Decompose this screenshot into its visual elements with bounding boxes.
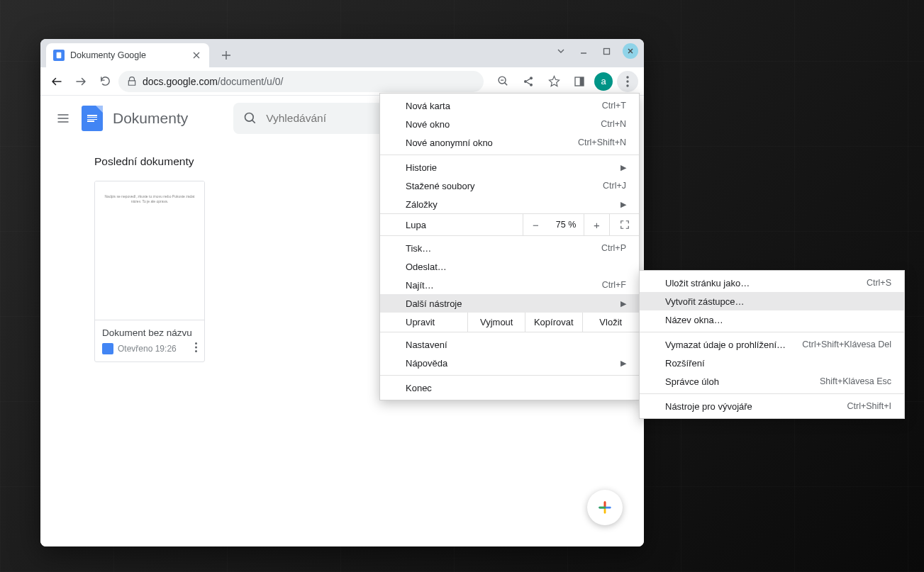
more-tools-submenu: Uložit stránku jako…Ctrl+S Vytvořit zást… — [639, 270, 905, 419]
menu-more-tools[interactable]: Další nástroje▶ — [380, 294, 639, 313]
docs-favicon-icon — [53, 50, 65, 61]
share-icon[interactable] — [518, 71, 539, 92]
search-icon — [243, 111, 257, 125]
recent-heading: Poslední dokumenty — [94, 155, 194, 168]
menu-edit-row: Upravit Vyjmout Kopírovat Vložit — [380, 313, 639, 332]
main-menu-icon[interactable] — [55, 110, 72, 127]
menu-bookmarks[interactable]: Záložky▶ — [380, 195, 639, 213]
svg-point-12 — [195, 342, 197, 344]
search-placeholder: Vyhledávání — [266, 112, 326, 125]
tab-dropdown-icon[interactable] — [555, 45, 567, 57]
tab-strip: Dokumenty Google — [40, 39, 644, 67]
reload-button[interactable] — [94, 71, 116, 92]
forward-button[interactable] — [70, 71, 91, 92]
menu-new-window[interactable]: Nové oknoCtrl+N — [380, 115, 639, 133]
docs-mini-icon — [102, 343, 113, 354]
side-panel-icon[interactable] — [569, 71, 590, 92]
svg-point-3 — [530, 77, 533, 79]
zoom-out-button[interactable]: − — [523, 214, 548, 235]
url-text: docs.google.com/document/u/0/ — [143, 76, 283, 87]
tab-title: Dokumenty Google — [70, 50, 146, 60]
address-bar[interactable]: docs.google.com/document/u/0/ — [118, 71, 484, 92]
zoom-value: 75 % — [548, 220, 584, 230]
docs-logo-icon — [82, 106, 103, 131]
document-name: Dokument bez názvu — [102, 327, 197, 338]
menu-find[interactable]: Najít…Ctrl+F — [380, 276, 639, 294]
menu-exit[interactable]: Konec — [380, 378, 639, 397]
docs-app-title: Dokumenty — [113, 110, 188, 127]
menu-settings[interactable]: Nastavení — [380, 335, 639, 354]
document-more-icon[interactable] — [195, 342, 197, 354]
maximize-button[interactable] — [600, 45, 613, 57]
browser-menu-button[interactable] — [617, 71, 638, 92]
fullscreen-button[interactable] — [609, 214, 639, 235]
menu-copy[interactable]: Kopírovat — [525, 313, 583, 332]
lock-icon — [127, 77, 137, 86]
browser-tab[interactable]: Dokumenty Google — [46, 43, 209, 67]
document-preview: Nadpis se nepovedl, zkuste to znovu nebo… — [95, 181, 204, 320]
submenu-task-manager[interactable]: Správce úlohShift+Klávesa Esc — [640, 372, 904, 391]
menu-incognito[interactable]: Nové anonymní oknoCtrl+Shift+N — [380, 133, 639, 152]
create-document-fab[interactable] — [587, 490, 623, 525]
svg-rect-0 — [57, 52, 62, 58]
svg-rect-1 — [603, 48, 609, 54]
zoom-icon[interactable] — [492, 71, 513, 92]
minimize-button[interactable] — [577, 45, 590, 57]
zoom-label: Lupa — [406, 220, 426, 230]
menu-cut[interactable]: Vyjmout — [468, 313, 525, 332]
submenu-name-window[interactable]: Název okna… — [640, 310, 904, 329]
new-tab-button[interactable] — [216, 45, 236, 65]
menu-history[interactable]: Historie▶ — [380, 158, 639, 176]
profile-avatar[interactable]: a — [594, 72, 613, 91]
menu-zoom-row: Lupa − 75 % + — [380, 213, 639, 236]
svg-point-8 — [626, 76, 628, 78]
menu-help[interactable]: Nápověda▶ — [380, 354, 639, 372]
svg-point-5 — [530, 83, 533, 86]
svg-point-4 — [524, 80, 527, 83]
svg-point-13 — [195, 347, 197, 349]
window-controls — [555, 43, 638, 59]
svg-rect-7 — [580, 77, 584, 86]
document-opened: Otevřeno 19:26 — [118, 344, 177, 354]
menu-paste[interactable]: Vložit — [583, 313, 640, 332]
submenu-dev-tools[interactable]: Nástroje pro vývojářeCtrl+Shift+I — [640, 397, 904, 415]
submenu-save-as[interactable]: Uložit stránku jako…Ctrl+S — [640, 274, 904, 292]
document-card[interactable]: Nadpis se nepovedl, zkuste to znovu nebo… — [94, 181, 205, 362]
browser-context-menu: Nová kartaCtrl+T Nové oknoCtrl+N Nové an… — [379, 93, 640, 400]
plus-icon — [597, 500, 613, 515]
menu-print[interactable]: Tisk…Ctrl+P — [380, 239, 639, 257]
submenu-create-shortcut[interactable]: Vytvořit zástupce… — [640, 292, 904, 310]
menu-new-tab[interactable]: Nová kartaCtrl+T — [380, 96, 639, 115]
svg-point-14 — [195, 350, 197, 352]
svg-point-9 — [626, 80, 628, 82]
back-button[interactable] — [46, 71, 67, 92]
browser-toolbar: docs.google.com/document/u/0/ a — [40, 67, 644, 96]
submenu-extensions[interactable]: Rozšíření — [640, 354, 904, 372]
submenu-clear-data[interactable]: Vymazat údaje o prohlížení…Ctrl+Shift+Kl… — [640, 335, 904, 354]
close-tab-icon[interactable] — [191, 50, 202, 61]
close-window-button[interactable] — [623, 43, 638, 59]
menu-downloads[interactable]: Stažené souboryCtrl+J — [380, 176, 639, 195]
menu-cast[interactable]: Odeslat… — [380, 257, 639, 276]
edit-label: Upravit — [380, 313, 468, 332]
svg-point-11 — [245, 113, 254, 122]
bookmark-icon[interactable] — [543, 71, 564, 92]
svg-point-10 — [626, 84, 628, 86]
zoom-in-button[interactable]: + — [584, 214, 609, 235]
